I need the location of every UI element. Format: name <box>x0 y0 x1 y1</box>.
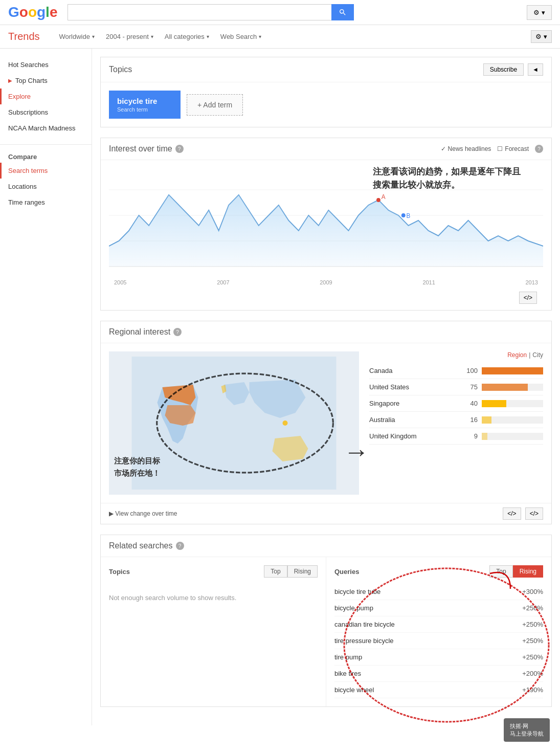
queries-rising-tab[interactable]: Rising <box>513 565 543 578</box>
topics-card: Topics Subscribe ◄ bicycle tire Search t… <box>100 57 552 127</box>
queries-col-title: Queries <box>334 568 359 576</box>
topics-top-tab[interactable]: Top <box>264 565 287 578</box>
interest-title: Interest over time <box>109 144 172 153</box>
nav-date-range[interactable]: 2004 - present ▾ <box>102 31 158 42</box>
sidebar-item-hot-searches[interactable]: Hot Searches <box>0 57 92 73</box>
related-term-4[interactable]: tire pump <box>334 653 522 661</box>
related-row-1: bicycle pump +250% <box>334 600 543 616</box>
topics-card-header: Topics Subscribe ◄ <box>101 57 551 82</box>
topics-tabs: Top Rising <box>264 565 318 578</box>
nav-categories[interactable]: All categories ▾ <box>161 31 213 42</box>
view-change-link[interactable]: ▶ View change over time <box>109 510 177 517</box>
related-row-2: canadian tire bicycle +250% <box>334 616 543 633</box>
region-tab[interactable]: Region <box>507 351 527 359</box>
news-headlines-checkbox[interactable]: ✓ News headlines <box>441 145 491 152</box>
header: G o o g l e ⚙ ▾ <box>0 0 560 25</box>
regional-header: Regional interest ? <box>101 321 551 343</box>
chevron-down-icon: ▾ <box>259 34 261 39</box>
related-pct-3: +250% <box>522 637 543 645</box>
trends-logo: Trends <box>8 31 40 42</box>
regional-interest-card: Regional interest ? <box>100 321 552 524</box>
sidebar-item-top-charts[interactable]: ▶ Top Charts <box>0 73 92 89</box>
chart-years: 2005 2007 2009 2011 2013 <box>109 278 543 290</box>
related-term-3[interactable]: tire pressure bicycle <box>334 637 522 645</box>
related-pct-6: +190% <box>522 686 543 694</box>
map-annotation: 注意你的目标 市场所在地！ <box>114 455 160 479</box>
region-row-australia: Australia 16 <box>369 412 543 428</box>
related-term-6[interactable]: bicycle wheel <box>334 686 522 694</box>
queries-col-header: Queries Top Rising <box>334 565 543 578</box>
embed-button-row: </> <box>109 290 543 308</box>
sidebar-section-main: Hot Searches ▶ Top Charts Explore Subscr… <box>0 57 92 136</box>
topic-chip-label: bicycle tire <box>117 97 172 105</box>
queries-top-tab[interactable]: Top <box>489 565 512 578</box>
topics-col: Topics Top Rising Not enough search volu… <box>101 557 326 706</box>
add-term-button[interactable]: + Add term <box>187 94 243 116</box>
sidebar-section-compare: Search terms Locations Time ranges <box>0 163 92 210</box>
related-help-icon[interactable]: ? <box>176 542 184 550</box>
sidebar-item-search-terms[interactable]: Search terms <box>0 163 92 179</box>
gear-button[interactable]: ⚙ ▾ <box>531 30 552 43</box>
sidebar-item-ncaa[interactable]: NCAA March Madness <box>0 120 92 136</box>
related-term-2[interactable]: canadian tire bicycle <box>334 621 522 628</box>
topic-chip-bicycle-tire[interactable]: bicycle tire Search term <box>109 91 181 119</box>
interest-checkboxes: ✓ News headlines ☐ Forecast ? <box>441 145 543 153</box>
header-right: ⚙ ▾ <box>527 5 552 20</box>
embed-code-button[interactable]: </> <box>519 292 537 304</box>
nav-search-type[interactable]: Web Search ▾ <box>216 31 265 42</box>
chart-area: 注意看该词的趋势，如果是逐年下降且 搜索量比较小就放弃。 <box>101 160 551 310</box>
sidebar-item-explore[interactable]: Explore <box>0 89 92 104</box>
related-row-5: bike tires +200% <box>334 666 543 682</box>
regional-help-icon[interactable]: ? <box>173 328 182 336</box>
city-tab[interactable]: City <box>532 351 543 359</box>
related-searches-card: Related searches ? Topics Top Rising Not… <box>100 535 552 707</box>
regional-title: Regional interest <box>109 327 170 337</box>
chevron-down-icon: ▾ <box>151 34 153 39</box>
arrow-right-icon: → <box>344 437 369 467</box>
related-term-5[interactable]: bike tires <box>334 670 522 677</box>
embed-code-button-right[interactable]: </> <box>525 507 543 520</box>
related-body: Topics Top Rising Not enough search volu… <box>101 557 551 706</box>
topics-card-actions: Subscribe ◄ <box>483 63 543 76</box>
sub-header: Trends Worldwide ▾ 2004 - present ▾ All … <box>0 25 560 49</box>
sidebar-item-subscriptions[interactable]: Subscriptions <box>0 104 92 120</box>
related-pct-4: +250% <box>522 653 543 661</box>
watermark: 扶摇·网 马上登录导航 <box>504 718 550 725</box>
subscribe-button[interactable]: Subscribe <box>483 63 524 76</box>
region-tabs: Region | City <box>369 351 543 359</box>
sidebar-divider <box>0 144 92 145</box>
related-pct-1: +250% <box>522 604 543 612</box>
interest-chart-svg: A B <box>109 164 543 277</box>
queries-tabs: Top Rising <box>489 565 543 578</box>
view-change-row: ▶ View change over time </> </> <box>101 503 551 524</box>
topics-rising-tab[interactable]: Rising <box>287 565 318 578</box>
region-row-canada: Canada 100 <box>369 363 543 379</box>
related-term-0[interactable]: bicycle tire tube <box>334 588 522 595</box>
interest-help-icon[interactable]: ? <box>175 145 184 153</box>
chevron-down-icon: ▾ <box>92 34 95 39</box>
search-input[interactable] <box>68 4 331 20</box>
embed-code-button-left[interactable]: </> <box>503 507 521 520</box>
related-term-1[interactable]: bicycle pump <box>334 604 522 612</box>
sub-header-gear: ⚙ ▾ <box>531 30 552 43</box>
forecast-help-icon[interactable]: ? <box>535 145 543 153</box>
forecast-checkbox[interactable]: ☐ Forecast <box>497 145 529 152</box>
search-button[interactable] <box>331 4 354 20</box>
regional-title-row: Regional interest ? <box>109 327 182 337</box>
topics-row: bicycle tire Search term + Add term <box>109 91 543 119</box>
sidebar-item-locations[interactable]: Locations <box>0 179 92 194</box>
related-header: Related searches ? <box>101 535 551 557</box>
interest-over-time-card: Interest over time ? ✓ News headlines ☐ … <box>100 138 552 311</box>
nav-worldwide[interactable]: Worldwide ▾ <box>55 31 99 42</box>
svg-point-6 <box>401 213 406 217</box>
topics-no-data: Not enough search volume to show results… <box>109 584 318 612</box>
settings-button[interactable]: ⚙ ▾ <box>527 5 552 20</box>
sidebar-item-time-ranges[interactable]: Time ranges <box>0 194 92 210</box>
related-row-3: tire pressure bicycle +250% <box>334 633 543 649</box>
sidebar-compare-title: Compare <box>0 149 92 163</box>
arrow-icon: ▶ <box>8 78 12 83</box>
sub-nav: Worldwide ▾ 2004 - present ▾ All categor… <box>55 31 266 42</box>
interest-header: Interest over time ? ✓ News headlines ☐ … <box>101 138 551 160</box>
share-button[interactable]: ◄ <box>528 63 543 76</box>
svg-rect-8 <box>132 357 337 490</box>
